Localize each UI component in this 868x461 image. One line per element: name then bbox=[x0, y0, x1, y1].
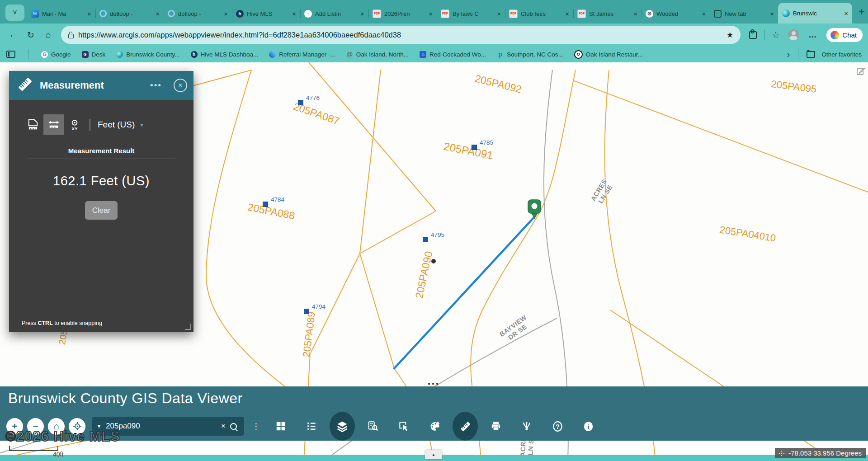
other-favorites-label[interactable]: Other favorites bbox=[821, 51, 862, 58]
bookmark-item[interactable]: GGoogle bbox=[41, 51, 71, 58]
unit-dropdown[interactable]: Feet (US) bbox=[98, 120, 135, 130]
parcel-point-marker bbox=[472, 145, 477, 150]
search-input[interactable] bbox=[105, 421, 217, 431]
info-tool-button[interactable]: i bbox=[576, 412, 601, 441]
tab-close-icon[interactable]: × bbox=[844, 9, 848, 17]
measure-location-button[interactable]: XY bbox=[64, 114, 85, 135]
search-clear-icon[interactable]: × bbox=[221, 422, 226, 431]
back-icon[interactable]: ← bbox=[5, 27, 21, 42]
clear-button[interactable]: Clear bbox=[85, 201, 118, 220]
map-edit-icon[interactable] bbox=[856, 66, 866, 78]
snapping-hint: Press CTRL to enable snapping bbox=[22, 320, 102, 326]
tab-close-icon[interactable]: × bbox=[360, 10, 364, 18]
tab-search-chevron-icon[interactable]: ˅ bbox=[5, 5, 24, 21]
tab-close-icon[interactable]: × bbox=[87, 10, 91, 18]
tab-close-icon[interactable]: × bbox=[497, 10, 501, 18]
panel-resize-handle[interactable] bbox=[185, 324, 191, 330]
measurement-pin bbox=[528, 200, 541, 219]
bookmark-item[interactable]: hHive MLS Dashboa... bbox=[191, 51, 259, 58]
browser-tab[interactable]: PDFBy laws C× bbox=[437, 4, 505, 24]
bookmark-item[interactable]: ⌂Red-Cockaded Wo... bbox=[420, 51, 486, 58]
collapse-footer-button[interactable]: ▲ bbox=[425, 450, 442, 459]
tab-close-icon[interactable]: × bbox=[702, 10, 706, 18]
panel-options-icon[interactable]: ••• bbox=[150, 80, 162, 90]
measurement-panel-body: XY Feet (US) ▾ Measurement Result 162.1 … bbox=[9, 100, 193, 332]
tab-close-icon[interactable]: × bbox=[224, 10, 228, 18]
measurement-tool-button[interactable] bbox=[453, 412, 478, 441]
browser-tab[interactable]: ↑Add Listin× bbox=[300, 4, 368, 24]
browser-tab[interactable]: ⊛Wooded× bbox=[642, 4, 710, 24]
new-tab-button[interactable]: + bbox=[859, 5, 865, 18]
gpt-favicon-icon: ⊛ bbox=[646, 10, 653, 18]
basemap-gallery-tool-button[interactable] bbox=[268, 412, 293, 441]
share-tool-button[interactable] bbox=[514, 412, 539, 441]
crosshair-icon[interactable] bbox=[778, 450, 785, 456]
search-icon[interactable] bbox=[230, 423, 237, 430]
select-tool-button[interactable] bbox=[391, 412, 416, 441]
layers-tool-button[interactable] bbox=[330, 412, 355, 441]
at-favicon-icon: @ bbox=[346, 51, 353, 58]
panel-close-icon[interactable]: × bbox=[174, 79, 187, 92]
bookmark-item[interactable]: Brunswick County... bbox=[116, 51, 179, 58]
measure-area-button[interactable] bbox=[23, 114, 43, 135]
search-more-icon[interactable]: ⋮ bbox=[252, 421, 260, 432]
bookmark-label: Brunswick County... bbox=[126, 51, 179, 58]
browser-tab[interactable]: dotloop -× bbox=[95, 4, 164, 24]
help-tool-button[interactable]: ? bbox=[545, 412, 570, 441]
browser-tab-bar: ˅ ✉Mail - Ma×dotloop -×dotloop -×hHive M… bbox=[0, 0, 868, 24]
tab-close-icon[interactable]: × bbox=[292, 10, 296, 18]
browser-tab[interactable]: PDFSt James× bbox=[573, 4, 642, 24]
tab-close-icon[interactable]: × bbox=[156, 10, 160, 18]
extensions-icon[interactable] bbox=[749, 31, 757, 39]
legend-tool-button[interactable] bbox=[299, 412, 324, 441]
attribute-table-handle[interactable]: ●●● bbox=[428, 381, 440, 386]
bookmark-item[interactable]: Referral Manager -... bbox=[269, 51, 335, 58]
watermark: ©2026 Hive MLS bbox=[5, 428, 120, 445]
parcel-point-marker bbox=[298, 100, 303, 105]
swirl-favicon-icon bbox=[116, 51, 123, 58]
tab-close-icon[interactable]: × bbox=[770, 10, 774, 18]
parcel-point-marker bbox=[304, 309, 309, 314]
browser-tab[interactable]: PDFClub fees× bbox=[505, 4, 573, 24]
browser-tab[interactable]: PDF2026Pren× bbox=[368, 4, 437, 24]
minimize-button[interactable] bbox=[865, 0, 868, 24]
copilot-icon bbox=[830, 31, 839, 39]
browser-tab[interactable]: Brunswic× bbox=[778, 3, 852, 24]
profile-avatar[interactable] bbox=[788, 29, 799, 40]
bookmark-item[interactable]: OOak Island Restaur... bbox=[574, 50, 643, 59]
browser-tab[interactable]: ⋯New tab× bbox=[710, 4, 778, 24]
tab-title: Brunswic bbox=[793, 10, 841, 17]
tab-close-icon[interactable]: × bbox=[633, 10, 637, 18]
url-field[interactable]: https://www.arcgis.com/apps/webappviewer… bbox=[61, 26, 741, 44]
browser-menu-icon[interactable]: … bbox=[808, 30, 817, 40]
attribute-search-tool-button[interactable] bbox=[360, 412, 386, 441]
url-text[interactable]: https://www.arcgis.com/apps/webappviewer… bbox=[78, 31, 722, 39]
tab-close-icon[interactable]: × bbox=[429, 10, 433, 18]
swirl-favicon-icon bbox=[782, 9, 790, 17]
bookmark-star-icon[interactable]: ★ bbox=[726, 30, 733, 40]
more-bookmarks-chevron-icon[interactable]: › bbox=[787, 49, 790, 60]
favorites-icon[interactable]: ☆ bbox=[772, 30, 779, 40]
print-tool-button[interactable] bbox=[483, 412, 509, 441]
home-icon[interactable]: ⌂ bbox=[41, 27, 56, 42]
bookmark-item[interactable]: @Oak Island, North... bbox=[346, 51, 409, 58]
bookmark-item[interactable]: GDesk bbox=[82, 51, 106, 58]
browser-tab[interactable]: dotloop -× bbox=[164, 4, 232, 24]
svg-text:i: i bbox=[587, 423, 589, 430]
draw-tool-button[interactable] bbox=[422, 412, 447, 441]
side-panel-icon[interactable] bbox=[6, 51, 15, 58]
refresh-icon[interactable]: ↻ bbox=[23, 27, 38, 42]
browser-tab[interactable]: ✉Mail - Ma× bbox=[27, 4, 95, 24]
measure-distance-button[interactable] bbox=[43, 114, 64, 135]
scale-bar bbox=[9, 446, 58, 451]
tab-close-icon[interactable]: × bbox=[565, 10, 569, 18]
unit-dropdown-caret-icon[interactable]: ▾ bbox=[140, 122, 143, 128]
bookmark-label: Referral Manager -... bbox=[279, 51, 335, 58]
copilot-chat-button[interactable]: Chat bbox=[826, 28, 863, 42]
coordinates-badge: -78.053 33.956 Degrees bbox=[775, 448, 866, 458]
measurement-panel-header[interactable]: Measurement ••• × bbox=[9, 71, 193, 100]
bookmark-label: Red-Cockaded Wo... bbox=[429, 51, 486, 58]
browser-tab[interactable]: hHive MLS× bbox=[232, 4, 300, 24]
bookmark-item[interactable]: pSouthport, NC Cos... bbox=[497, 51, 563, 58]
bookmark-label: Desk bbox=[92, 51, 106, 58]
